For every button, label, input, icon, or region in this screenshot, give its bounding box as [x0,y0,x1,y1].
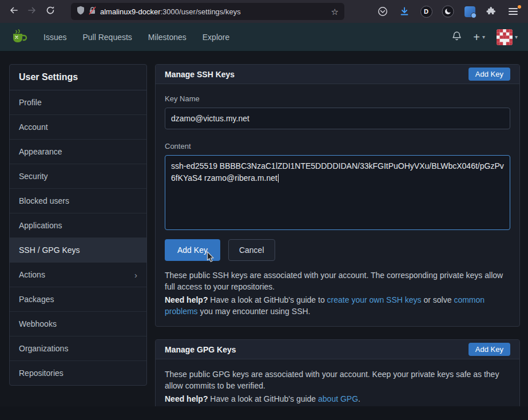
nav-item-milestones[interactable]: Milestones [140,23,194,51]
tracking-shield-icon[interactable] [77,6,85,17]
gpg-help-text: These public GPG keys are associated wit… [165,369,510,392]
sidebar-item-organizations[interactable]: Organizations [10,336,146,361]
nav-item-explore[interactable]: Explore [194,23,237,51]
navbar-right-controls: + ▾ ▾ [452,29,518,45]
ssh-add-key-toggle-button[interactable]: Add Key [469,68,510,81]
sidebar-item-security[interactable]: Security [10,164,146,189]
toolbar-extension-area: D [374,2,523,21]
text-cursor [278,174,279,183]
mouse-cursor [207,251,215,266]
chevron-down-icon: ▾ [482,34,485,40]
menu-hamburger-icon[interactable] [504,2,522,21]
link-about-gpg[interactable]: about GPG [318,394,358,403]
chevron-down-icon: ▾ [515,34,518,40]
sidebar-item-actions[interactable]: Actions› [10,263,146,287]
gitea-navbar: Issues Pull Requests Milestones Explore … [0,23,528,51]
sidebar-item-repositories[interactable]: Repositories [10,361,146,385]
create-new-menu[interactable]: + ▾ [473,31,485,43]
gpg-help-links: Need help? Have a look at GitHub's guide… [165,393,510,405]
pocket-icon[interactable] [374,2,392,21]
gitea-logo[interactable] [10,29,27,46]
gpg-keys-card: Manage GPG Keys Add Key These public GPG… [155,339,520,406]
nav-item-pull-requests[interactable]: Pull Requests [74,23,140,51]
sidebar-item-account[interactable]: Account [10,115,146,140]
back-button[interactable] [5,2,23,21]
sidebar-item-blocked-users[interactable]: Blocked users [10,189,146,213]
key-name-input[interactable] [165,108,510,129]
ssh-form-buttons: Add Key Cancel [165,239,510,261]
ssh-content-textarea[interactable]: ssh-ed25519 BBBBC3NzaC1lZDI1NTE5DDDDIDAN… [165,155,510,230]
application-window: almalinux9-docker:3000/user/settings/key… [0,0,528,420]
chevron-right-icon: › [134,271,137,279]
extension-colored-icon[interactable] [460,2,479,21]
key-name-label: Key Name [165,94,510,103]
cancel-button[interactable]: Cancel [228,239,275,261]
ssh-help-links: Need help? Have a look at GitHub's guide… [165,294,510,318]
reload-icon [46,6,55,17]
insecure-lock-icon[interactable] [89,6,96,17]
back-arrow-icon [9,6,18,17]
user-menu[interactable]: ▾ [497,29,518,45]
notifications-bell-icon[interactable] [452,31,462,43]
avatar [497,29,513,45]
sidebar-item-ssh-gpg-keys[interactable]: SSH / GPG Keys [10,238,146,263]
sidebar-item-appearance[interactable]: Appearance [10,140,146,164]
downloads-icon[interactable] [395,2,414,21]
nav-item-issues[interactable]: Issues [35,23,74,51]
gpg-add-key-toggle-button[interactable]: Add Key [469,343,510,356]
page-footer [0,406,528,420]
sidebar-title: User Settings [10,65,146,90]
gpg-card-header: Manage GPG Keys Add Key [156,340,519,359]
ssh-help-text: These public SSH keys are associated wit… [165,270,510,293]
extension-dark-icon[interactable] [439,2,457,21]
ssh-card-header: Manage SSH Keys Add Key [156,65,519,84]
settings-sidebar: User Settings Profile Account Appearance… [9,64,147,386]
link-create-ssh-keys[interactable]: create your own SSH keys [327,295,422,304]
content-label: Content [165,142,510,150]
sidebar-item-profile[interactable]: Profile [10,90,146,115]
forward-button[interactable] [23,2,41,21]
gpg-card-body: These public GPG keys are associated wit… [156,359,519,406]
settings-page: User Settings Profile Account Appearance… [0,51,528,406]
extensions-puzzle-icon[interactable] [482,2,501,21]
extension-d-icon[interactable]: D [417,2,435,21]
reload-button[interactable] [41,2,59,21]
sidebar-item-webhooks[interactable]: Webhooks [10,312,146,336]
ssh-keys-card: Manage SSH Keys Add Key Key Name Content… [155,64,520,327]
browser-toolbar: almalinux9-docker:3000/user/settings/key… [0,0,528,23]
url-bar[interactable]: almalinux9-docker:3000/user/settings/key… [71,3,344,20]
settings-main: Manage SSH Keys Add Key Key Name Content… [155,64,520,406]
gpg-card-title: Manage GPG Keys [165,345,236,354]
ssh-card-title: Manage SSH Keys [165,70,235,79]
sidebar-item-packages[interactable]: Packages [10,287,146,312]
bookmark-star-icon[interactable]: ☆ [331,7,339,16]
forward-arrow-icon [27,6,37,17]
plus-icon: + [473,31,480,43]
url-text: almalinux9-docker:3000/user/settings/key… [100,7,241,16]
sidebar-item-applications[interactable]: Applications [10,213,146,238]
ssh-card-body: Key Name Content ssh-ed25519 BBBBC3NzaC1… [156,84,519,326]
